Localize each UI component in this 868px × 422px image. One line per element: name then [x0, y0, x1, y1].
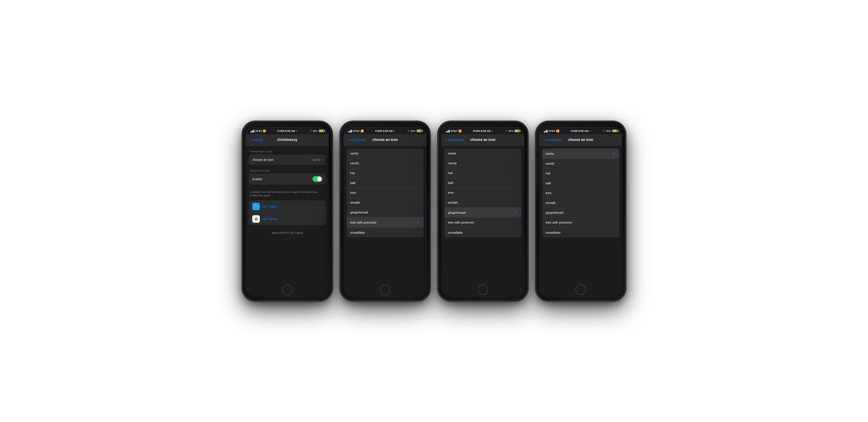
battery-icon	[612, 130, 617, 132]
list-item-2[interactable]: hat	[542, 169, 619, 178]
back-chevron-icon: ‹	[348, 138, 349, 142]
carrier-label: AT&T	[255, 130, 262, 132]
wifi-icon: 📶	[263, 130, 266, 132]
list-item-2[interactable]: hat	[444, 168, 521, 178]
signal-bar-3	[253, 130, 253, 132]
list-item-label: hat	[546, 171, 550, 175]
row-value: santa ›	[312, 158, 322, 161]
back-chevron-icon: ‹	[250, 138, 251, 142]
wifi-icon: 📶	[361, 130, 364, 132]
battery-icon	[416, 130, 422, 132]
location-icon: ☉	[310, 130, 312, 132]
notification-dot: ●	[491, 130, 493, 132]
toggle-switch[interactable]	[312, 176, 322, 182]
location-icon: ☉	[505, 130, 507, 132]
back-chevron-icon: ‹	[445, 138, 447, 142]
home-button-area	[344, 284, 427, 297]
location-icon: ☉	[603, 130, 605, 132]
list-item-4[interactable]: tree	[347, 188, 424, 198]
iphone-1: AT&T 📶 Fri/25 8:09 AM ● ☉ 98% ‹ Settings…	[243, 122, 332, 301]
screen-3: AT&T 📶 Fri/25 8:09 AM ● ☉ 98% ‹ christma…	[441, 127, 524, 297]
phones-container: AT&T 📶 Fri/25 8:09 AM ● ☉ 98% ‹ Settings…	[243, 122, 625, 301]
list-content: santa ✓ candy hat ball tree wreath ginge…	[539, 146, 622, 237]
status-time: Fri/25 8:09 AM ●	[277, 130, 298, 132]
battery-fill	[319, 130, 323, 132]
home-button-area	[539, 284, 622, 297]
nav-back-button[interactable]: ‹ christmassy	[445, 138, 464, 142]
list-item-1[interactable]: candy	[347, 159, 424, 168]
list-item-3[interactable]: ball	[542, 178, 619, 188]
list-item-8[interactable]: snowflake	[444, 228, 521, 237]
nav-back-button[interactable]: ‹ Settings	[250, 138, 263, 142]
list-item-7[interactable]: tree with presents ✓	[347, 218, 424, 228]
list-item-label: snowflake	[350, 231, 365, 234]
nav-back-button[interactable]: ‹ christmassy	[348, 138, 366, 142]
home-button[interactable]	[478, 285, 488, 295]
list-item-5[interactable]: wreath	[444, 198, 521, 208]
list-item-4[interactable]: tree	[444, 188, 521, 198]
list-content: santa candy hat ball tree wreath gingerb…	[441, 146, 524, 237]
link-item-1[interactable]: ⚙ My Github	[249, 213, 326, 225]
checkmark-icon: ✓	[515, 210, 518, 215]
list-item-7[interactable]: tree with presents	[542, 218, 619, 228]
battery-icon	[319, 130, 324, 132]
list-item-0[interactable]: santa ✓	[542, 149, 619, 159]
list-item-4[interactable]: tree	[542, 188, 619, 198]
signal-bar-4	[547, 130, 548, 132]
list-item-label: snowflake	[546, 231, 560, 234]
list-item-8[interactable]: snowflake	[542, 228, 619, 237]
signal-bar-4	[450, 130, 450, 132]
settings-row-0-0[interactable]: choose an icon santa ›	[249, 155, 326, 165]
signal-bar-2	[349, 131, 350, 132]
status-bar: AT&T 📶 Fri/25 8:09 AM ● ☉ 98%	[246, 127, 329, 134]
screen-content: CHRISTMAS ICON choose an icon santa › RA…	[246, 146, 329, 284]
screen-content: santa ✓ candy hat ball tree wreath ginge…	[539, 146, 622, 284]
list-item-0[interactable]: santa	[444, 149, 521, 159]
home-button[interactable]	[380, 285, 390, 295]
home-button[interactable]	[282, 285, 292, 295]
wifi-icon: 📶	[556, 130, 559, 132]
iphone-2: AT&T 📶 Fri/25 8:09 AM ● ☉ 98% ‹ christma…	[340, 122, 430, 301]
list-item-6[interactable]: gingerbread	[347, 208, 424, 218]
list-item-label: hat	[350, 171, 355, 175]
signal-bar-3	[448, 130, 449, 132]
notification-dot: ●	[296, 130, 297, 132]
signal-bars	[348, 130, 352, 132]
screen-1: AT&T 📶 Fri/25 8:09 AM ● ☉ 98% ‹ Settings…	[246, 127, 329, 297]
status-time: Fri/25 8:09 AM ●	[375, 130, 395, 132]
battery-percent: 98%	[508, 130, 513, 132]
status-left: AT&T 📶	[251, 130, 266, 132]
signal-bars	[544, 130, 548, 132]
link-label: My Twitter	[263, 205, 277, 208]
list-item-8[interactable]: snowflake	[347, 228, 424, 237]
list-item-label: tree with presents	[350, 221, 376, 224]
link-item-0[interactable]: 🐦 My Twitter	[249, 200, 326, 213]
list-item-3[interactable]: ball	[444, 178, 521, 188]
github-icon: ⚙	[252, 215, 260, 223]
list-item-1[interactable]: candy	[444, 159, 521, 168]
signal-bar-2	[252, 131, 253, 132]
list-item-label: ball	[448, 181, 453, 185]
list-item-6[interactable]: gingerbread	[542, 208, 619, 218]
list-item-0[interactable]: santa	[347, 149, 424, 159]
list-item-label: tree	[448, 191, 454, 194]
list-item-1[interactable]: candy	[542, 159, 619, 169]
list-item-7[interactable]: tree with presents	[444, 218, 521, 228]
checkmark-icon: ✓	[612, 151, 616, 156]
home-button[interactable]	[576, 285, 586, 295]
list-item-label: gingerbread	[546, 211, 563, 214]
list-item-6[interactable]: gingerbread ✓	[444, 208, 521, 218]
list-item-2[interactable]: hat	[347, 168, 424, 178]
status-bar: AT&T 📶 Fri/25 8:09 AM ● ☉ 98%	[539, 127, 622, 134]
list-item-label: santa	[546, 152, 554, 155]
list-item-3[interactable]: ball	[347, 178, 424, 188]
nav-back-button[interactable]: ‹ christmassy	[544, 138, 562, 142]
nav-back-label: christmassy	[447, 138, 464, 141]
list-item-5[interactable]: wreath	[347, 198, 424, 208]
toggle-knob	[317, 177, 322, 181]
location-icon: ☉	[407, 130, 409, 132]
nav-title: christmassy	[277, 138, 298, 142]
status-right: ☉ 98%	[310, 130, 324, 132]
list-item-5[interactable]: wreath	[542, 198, 619, 208]
list-item-label: candy	[350, 161, 359, 165]
